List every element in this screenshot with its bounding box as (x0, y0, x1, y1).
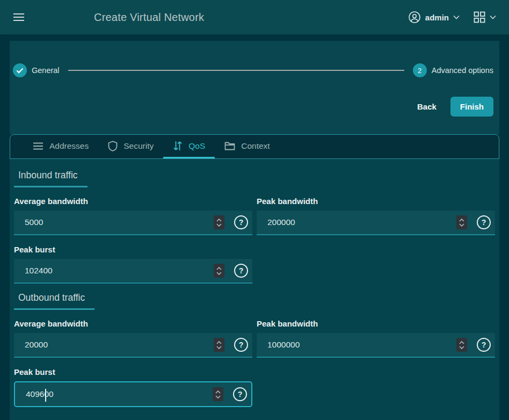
step-number-badge: 2 (413, 63, 427, 77)
qos-form: Inbound traffic Average bandwidth ? Peak… (10, 159, 499, 420)
inbound-peak-bandwidth-field: Peak bandwidth ? (257, 197, 495, 235)
hamburger-icon (13, 13, 25, 21)
tab-security[interactable]: Security (98, 135, 163, 158)
tab-context[interactable]: Context (215, 135, 279, 158)
help-icon[interactable]: ? (477, 215, 491, 229)
tab-context-label: Context (241, 141, 270, 151)
inbound-fields-grid: Average bandwidth ? Peak bandwidth ? (14, 197, 495, 284)
tab-addresses[interactable]: Addresses (23, 135, 98, 158)
chevron-down-icon (490, 15, 496, 19)
step-advanced-options[interactable]: 2 Advanced options (413, 63, 493, 77)
field-label: Peak bandwidth (257, 319, 495, 328)
input-container: ? (14, 333, 252, 358)
chevron-down-icon (453, 15, 460, 19)
stepper: General 2 Advanced options (13, 63, 493, 77)
tab-security-label: Security (123, 141, 154, 151)
inbound-average-bandwidth-field: Average bandwidth ? (14, 197, 252, 235)
outbound-fields-grid: Average bandwidth ? Peak bandwidth ? (14, 319, 495, 407)
number-stepper-control[interactable] (456, 215, 467, 229)
shield-icon (108, 141, 118, 151)
wizard-stepper-panel: General 2 Advanced options Back Finish (10, 41, 499, 134)
outbound-average-bandwidth-field: Average bandwidth ? (14, 319, 252, 358)
number-stepper-control[interactable] (213, 387, 223, 401)
help-icon[interactable]: ? (233, 387, 247, 401)
help-icon[interactable]: ? (234, 264, 248, 278)
inbound-peak-burst-field: Peak burst ? (14, 245, 252, 284)
outbound-peak-bandwidth-field: Peak bandwidth ? (257, 319, 495, 358)
step-general[interactable]: General (13, 63, 60, 77)
page-title: Create Virtual Network (94, 11, 204, 24)
back-button[interactable]: Back (409, 97, 445, 116)
text-cursor (45, 389, 46, 402)
tab-qos[interactable]: QoS (163, 135, 215, 158)
help-icon[interactable]: ? (477, 338, 491, 352)
list-icon (33, 142, 43, 150)
outbound-peak-burst-field: Peak burst ? (14, 367, 252, 407)
outbound-traffic-heading: Outbound traffic (14, 292, 94, 310)
field-label: Average bandwidth (14, 319, 252, 328)
field-label: Peak bandwidth (257, 197, 495, 206)
input-container: ? (14, 259, 252, 284)
user-name: admin (425, 13, 449, 22)
input-container: ? (257, 211, 495, 235)
input-container: ? (14, 211, 252, 235)
number-stepper-control[interactable] (456, 338, 467, 352)
finish-button[interactable]: Finish (450, 97, 493, 117)
step-general-label: General (32, 66, 60, 75)
field-label: Peak burst (14, 367, 252, 376)
help-icon[interactable]: ? (234, 215, 248, 229)
input-container: ? (257, 333, 495, 358)
help-icon[interactable]: ? (234, 338, 248, 352)
folder-icon (224, 141, 235, 150)
apps-menu-button[interactable] (474, 11, 496, 23)
sort-arrows-icon (173, 141, 183, 151)
field-label: Peak burst (14, 245, 252, 254)
advanced-options-tab-bar: Addresses Security QoS Context (10, 134, 499, 159)
app-bar: Create Virtual Network admin (0, 0, 509, 34)
step-connector-line (68, 70, 404, 71)
field-label: Average bandwidth (14, 197, 252, 206)
number-stepper-control[interactable] (214, 338, 224, 352)
number-stepper-control[interactable] (214, 264, 224, 278)
tab-qos-label: QoS (188, 141, 205, 151)
step-advanced-options-label: Advanced options (432, 66, 493, 75)
inbound-traffic-heading: Inbound traffic (14, 170, 88, 187)
step-completed-check-icon (13, 63, 27, 77)
menu-button[interactable] (13, 13, 25, 21)
apps-grid-icon (474, 11, 485, 23)
tab-addresses-label: Addresses (49, 141, 89, 151)
input-container-focused: ? (14, 381, 252, 407)
user-menu-button[interactable]: admin (408, 11, 460, 24)
user-avatar-icon (408, 11, 421, 24)
number-stepper-control[interactable] (214, 215, 224, 229)
wizard-actions: Back Finish (13, 97, 493, 117)
